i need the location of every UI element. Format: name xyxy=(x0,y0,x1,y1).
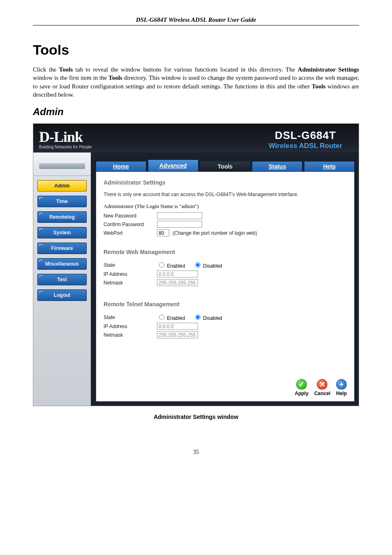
cancel-label: Cancel xyxy=(314,391,330,396)
tab-home[interactable]: Home xyxy=(96,161,146,171)
logo-tagline: Building Networks for People xyxy=(39,145,92,149)
input-rwm-ip[interactable] xyxy=(157,271,198,278)
product-model: DSL-G684T xyxy=(269,129,342,142)
sidebar-label: Admin xyxy=(54,183,69,189)
login-name-line: Administrator (The Login Name is "admin"… xyxy=(104,203,347,210)
action-row: ✓ Apply ✕ Cancel + Help xyxy=(295,379,347,396)
label-rwm-state: State xyxy=(104,262,157,268)
radio-rtm-disabled[interactable]: Disabled xyxy=(193,315,222,321)
input-rtm-netmask[interactable] xyxy=(157,331,198,338)
subsection-title: Admin xyxy=(33,106,359,118)
sidebar-item-remotelog[interactable]: Remotelog xyxy=(37,211,87,223)
product-desc: Wireless ADSL Router xyxy=(269,142,342,150)
radio-label: Enabled xyxy=(167,315,185,321)
input-rtm-ip[interactable] xyxy=(157,323,198,330)
cancel-button[interactable]: ✕ Cancel xyxy=(314,379,330,396)
apply-label: Apply xyxy=(295,391,308,396)
label-rwm-netmask: Netmask xyxy=(104,280,157,286)
help-label: Help xyxy=(336,391,347,396)
radio-label: Enabled xyxy=(167,263,185,269)
sidebar-item-miscellaneous[interactable]: Miscellaneous xyxy=(37,258,87,270)
close-icon: ✕ xyxy=(317,379,327,390)
help-button[interactable]: + Help xyxy=(336,379,347,396)
sidebar-label: Remotelog xyxy=(49,214,75,220)
logo-text: D-Link xyxy=(39,130,92,144)
label-rwm-ip: IP Address xyxy=(104,271,157,277)
input-new-password[interactable] xyxy=(157,212,202,219)
radio-rwm-enabled[interactable]: Enabled xyxy=(157,263,185,269)
input-rwm-netmask[interactable] xyxy=(157,279,198,286)
label-webport: WebPort xyxy=(104,230,157,236)
section-admin-settings: Administrator Settings xyxy=(104,179,347,186)
router-header: D-Link Building Networks for People DSL-… xyxy=(33,124,359,153)
radio-rtm-enabled[interactable]: Enabled xyxy=(157,315,185,321)
main-tabs: Home Advanced Tools Status Help xyxy=(91,153,355,171)
sidebar-label: Firmware xyxy=(51,245,73,251)
section-remote-web: Remote Web Management xyxy=(104,249,347,255)
section-remote-telnet: Remote Telnet Management xyxy=(104,301,347,308)
page-number: 35 xyxy=(33,449,359,456)
figure-caption: Administrator Settings window xyxy=(33,414,359,420)
radio-label: Disabled xyxy=(203,315,222,321)
sidebar-item-system[interactable]: System xyxy=(37,227,87,238)
label-rtm-state: State xyxy=(104,314,157,320)
label-new-password: New Password xyxy=(104,213,157,219)
sidebar-label: Miscellaneous xyxy=(45,261,79,267)
tab-advanced[interactable]: Advanced xyxy=(148,160,198,171)
input-webport[interactable] xyxy=(157,229,169,236)
label-rtm-netmask: Netmask xyxy=(104,332,157,338)
sidebar-item-test[interactable]: Test xyxy=(37,274,87,285)
sidebar-item-time[interactable]: Time xyxy=(37,196,87,207)
sidebar-label: System xyxy=(53,230,71,236)
tab-status[interactable]: Status xyxy=(252,161,302,171)
input-confirm-password[interactable] xyxy=(157,221,202,228)
sidebar-label: Test xyxy=(57,277,67,282)
radio-rwm-disabled[interactable]: Disabled xyxy=(193,263,222,269)
content-panel: Administrator Settings There is only one… xyxy=(96,171,355,402)
sidebar-item-admin[interactable]: Admin xyxy=(37,180,87,192)
router-screenshot: D-Link Building Networks for People DSL-… xyxy=(33,123,359,406)
body-paragraph: Click the Tools tab to reveal the window… xyxy=(33,65,359,99)
apply-button[interactable]: ✓ Apply xyxy=(295,379,308,396)
check-icon: ✓ xyxy=(296,379,307,390)
tab-help[interactable]: Help xyxy=(304,161,355,171)
router-illustration xyxy=(33,153,91,176)
plus-icon: + xyxy=(336,379,347,390)
sidebar: Admin Time Remotelog System Firmware Mis… xyxy=(33,153,91,406)
label-confirm-password: Confirm Password xyxy=(104,222,157,227)
admin-note: There is only one account that can acces… xyxy=(104,192,347,197)
section-title: Tools xyxy=(33,42,359,58)
doc-header: DSL-G684T Wireless ADSL Router User Guid… xyxy=(33,16,359,25)
webport-hint: (Change the port number of login web) xyxy=(173,230,257,236)
sidebar-item-firmware[interactable]: Firmware xyxy=(37,243,87,254)
sidebar-label: Logout xyxy=(54,292,71,298)
brand-logo: D-Link Building Networks for People xyxy=(39,130,92,149)
sidebar-item-logout[interactable]: Logout xyxy=(37,289,87,301)
product-title: DSL-G684T Wireless ADSL Router xyxy=(269,129,342,150)
label-rtm-ip: IP Address xyxy=(104,324,157,329)
sidebar-label: Time xyxy=(56,199,68,204)
radio-label: Disabled xyxy=(203,263,222,269)
tab-tools[interactable]: Tools xyxy=(200,161,251,171)
